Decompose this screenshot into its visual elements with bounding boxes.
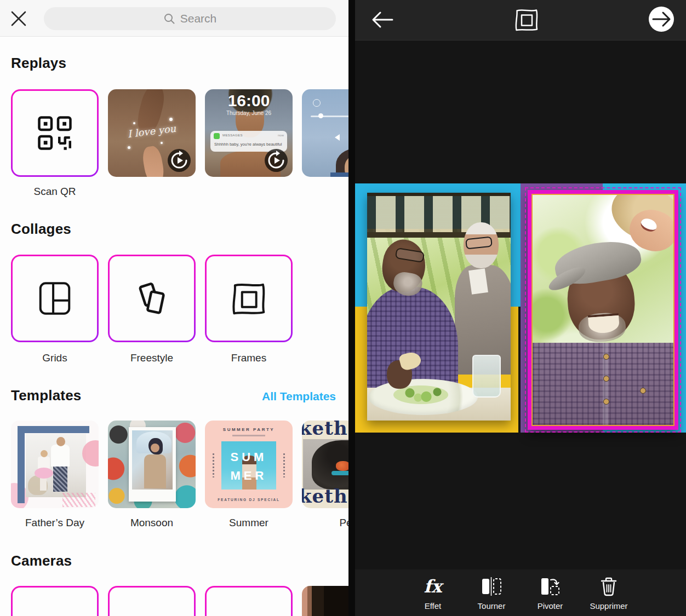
qr-code-icon (35, 113, 75, 153)
rotate-icon (539, 576, 561, 597)
fx-effects-icon: fx (424, 576, 442, 597)
collages-heading: Collages (11, 221, 71, 238)
picture-frame-icon (229, 279, 268, 318)
template-monsoon[interactable] (108, 421, 196, 508)
search-icon (163, 13, 175, 25)
back-button[interactable] (370, 8, 395, 31)
templates-heading: Templates (11, 387, 81, 404)
fathers-day-label: Father’s Day (11, 517, 99, 529)
next-button[interactable] (649, 7, 674, 32)
dog-photo (303, 439, 348, 490)
editor-panel: fx Effet Tourner (348, 0, 686, 616)
music-progress-knob (318, 113, 323, 118)
grids-label: Grids (11, 352, 99, 364)
template-photo (26, 434, 86, 497)
summer-big-text-2: MER (205, 469, 293, 483)
effect-button[interactable]: fx Effet (405, 576, 460, 611)
template-pets[interactable]: keth keth (302, 421, 348, 508)
cameras-heading: Cameras (11, 552, 72, 569)
close-button[interactable] (9, 9, 28, 28)
decor-stripes (62, 493, 95, 507)
back-arrow-icon (370, 8, 395, 31)
collage-frames-card[interactable] (205, 255, 293, 342)
flip-button[interactable]: Tourner (464, 576, 519, 611)
lockscreen-date: Thursday, June 26 (205, 110, 293, 116)
music-controls (311, 130, 348, 146)
notification-time: now (278, 134, 284, 137)
replay-thumb-lockscreen[interactable]: 16:00 Thursday, June 26 MESSAGES now Shh… (205, 89, 293, 177)
search-input[interactable]: Search (44, 7, 336, 30)
editor-topbar (355, 0, 686, 41)
template-summer[interactable]: SUMMER PARTY SUM MER FEATURING DJ SPECIA… (205, 421, 293, 508)
panel-divider (348, 0, 355, 616)
summer-label: Summer (205, 517, 293, 529)
app-screen: Search Replays (0, 0, 686, 616)
rotate-button[interactable]: Pivoter (523, 576, 578, 611)
hand-shape (141, 145, 166, 177)
camera-card-1[interactable] (11, 586, 99, 616)
grid-layout-icon (36, 279, 74, 318)
replay-play-icon (264, 148, 288, 172)
summer-subtitle-line (232, 435, 265, 436)
lockscreen-time: 16:00 (205, 91, 293, 110)
close-icon (9, 9, 28, 28)
freestyle-collage-icon (132, 278, 172, 319)
library-topbar: Search (0, 0, 348, 37)
notification-message: Shhhhh baby, you're always beautiful (214, 142, 282, 147)
pets-headline-text: keth (302, 485, 348, 507)
library-panel: Search Replays (0, 0, 348, 616)
freestyle-label: Freestyle (108, 352, 196, 364)
collage-freestyle-card[interactable] (108, 255, 196, 342)
frame-tool-icon (513, 6, 540, 33)
delete-button[interactable]: Supprimer (581, 576, 636, 611)
pets-label: Pe (302, 517, 348, 529)
editor-toolbar: fx Effet Tourner (355, 569, 686, 616)
pets-headline-text: keth (302, 421, 348, 439)
all-templates-link[interactable]: All Templates (262, 390, 336, 403)
frame-tool-indicator (513, 6, 540, 33)
notification-app: MESSAGES (222, 134, 243, 137)
collage-framed-photo-selfie[interactable] (528, 190, 678, 430)
collage-photo-men-dining[interactable] (367, 193, 511, 421)
summer-big-text-1: SUM (205, 450, 293, 464)
scan-qr-label: Scan QR (11, 186, 99, 198)
framed-photo-content (531, 194, 674, 426)
camera-card-3[interactable] (205, 586, 293, 616)
replay-thumb-music[interactable] (302, 89, 348, 177)
music-progress-bar (311, 116, 348, 117)
template-fathers-day[interactable] (11, 421, 99, 508)
search-placeholder: Search (180, 12, 217, 25)
summer-featuring-text: FEATURING DJ SPECIAL (205, 498, 293, 502)
polaroid-frame (129, 427, 176, 502)
next-arrow-icon (649, 7, 674, 32)
portrait-shape (330, 172, 348, 177)
camera-card-2[interactable] (108, 586, 196, 616)
scan-qr-card[interactable] (11, 89, 99, 177)
monsoon-label: Monsoon (108, 517, 196, 529)
camera-card-4[interactable] (302, 586, 348, 616)
replay-thumb-love[interactable]: I love you (108, 89, 196, 177)
collage-grids-card[interactable] (11, 255, 99, 342)
trash-icon (599, 576, 618, 597)
replay-play-icon (167, 148, 191, 172)
flip-icon (481, 576, 502, 597)
frames-label: Frames (205, 352, 293, 364)
music-ui-shape (313, 99, 321, 107)
summer-party-text: SUMMER PARTY (205, 427, 293, 432)
replays-heading: Replays (11, 55, 66, 72)
messages-app-icon (214, 133, 220, 139)
